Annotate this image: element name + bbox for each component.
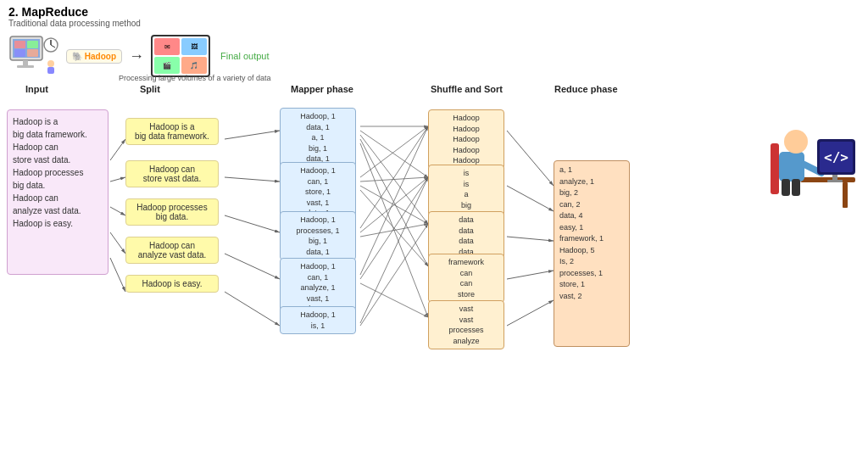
diagram-area: Input Split Mapper phase Shuffle and Sor… [0,84,868,406]
input-box: Hadoop is a big data framework. Hadoop c… [7,109,108,275]
svg-line-44 [507,271,554,279]
split-box-5: Hadoop is easy. [125,275,219,293]
svg-line-16 [110,207,125,215]
page-title: 2. MapReduce [0,0,868,19]
person-illustration: </> [758,92,860,228]
svg-rect-4 [14,49,25,57]
svg-point-50 [784,130,808,154]
svg-line-14 [110,139,125,160]
svg-rect-58 [827,180,843,182]
processing-label: Processing large volumes of a variety of… [119,74,868,82]
svg-line-25 [360,131,428,177]
svg-rect-12 [47,67,54,74]
svg-line-37 [360,177,428,279]
svg-line-23 [225,292,280,326]
svg-line-15 [110,177,125,182]
split-box-4: Hadoop cananalyze vast data. [125,237,219,264]
svg-line-43 [507,237,554,241]
svg-line-28 [360,143,428,317]
svg-line-31 [360,186,428,224]
svg-line-18 [110,258,125,292]
svg-rect-49 [779,152,804,182]
col-header-reduce: Reduce phase [554,84,618,94]
svg-rect-6 [23,60,28,65]
page-subtitle: Traditional data processing method [0,19,868,31]
col-header-shuffle: Shuffle and Sort [431,84,503,94]
svg-rect-57 [832,175,837,180]
svg-line-33 [360,126,428,228]
svg-line-26 [360,135,428,224]
svg-line-22 [225,254,280,279]
col-header-mapper: Mapper phase [291,84,353,94]
svg-line-21 [225,215,280,232]
svg-rect-47 [843,182,848,208]
svg-line-19 [225,131,280,139]
svg-line-17 [110,232,125,254]
svg-line-40 [360,224,428,326]
svg-line-29 [360,126,428,177]
svg-rect-52 [782,179,790,196]
output-box: ✉ 🖼 🎬 🎵 [151,35,210,77]
svg-rect-2 [14,41,25,48]
arrow-to-output: → [129,47,144,65]
svg-line-42 [507,186,554,211]
svg-line-39 [360,177,428,323]
svg-line-34 [360,177,428,232]
split-box-1: Hadoop is abig data framework. [125,118,219,145]
svg-line-27 [360,139,428,266]
computer-icon [8,35,59,77]
svg-point-11 [47,60,54,67]
svg-line-20 [225,177,280,182]
svg-line-45 [507,300,554,326]
svg-rect-53 [792,179,800,196]
svg-text:</>: </> [824,149,849,165]
svg-line-41 [507,131,554,186]
shuffle-box-1: HadoopHadoopHadoopHadoopHadoop [428,109,504,170]
hadoop-logo: 🐘 Hadoop [66,49,122,64]
svg-line-38 [360,283,428,317]
svg-rect-7 [17,65,34,68]
col-header-split: Split [140,84,160,94]
mapper-box-5: Hadoop, 1is, 1 [280,306,356,334]
svg-rect-5 [27,49,38,57]
svg-line-32 [360,190,428,266]
col-header-input: Input [25,84,48,94]
reduce-box: a, 1 analyze, 1 big, 2 can, 2 data, 4 ea… [554,160,630,347]
svg-rect-3 [27,41,38,48]
split-box-2: Hadoop canstore vast data. [125,160,219,187]
shuffle-box-5: vastvastprocessesanalyze [428,300,504,349]
final-output-label: Final output [220,51,269,61]
svg-line-36 [360,126,428,275]
shuffle-box-4: frameworkcancanstore [428,254,504,303]
mapper-box-3: Hadoop, 1processes, 1big, 1data, 1 [280,211,356,260]
svg-rect-48 [771,143,779,194]
svg-line-30 [360,177,428,182]
svg-line-35 [360,224,428,237]
split-box-3: Hadoop processesbig data. [125,198,219,226]
